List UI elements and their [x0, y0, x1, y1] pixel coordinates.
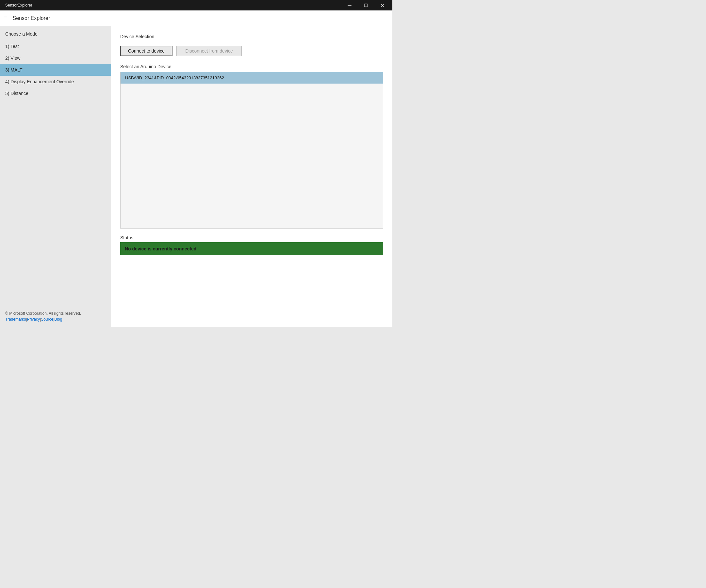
trademarks-link[interactable]: Trademarks: [5, 317, 26, 322]
sidebar-item-display[interactable]: 4) Display Enhancement Override: [0, 76, 111, 87]
sidebar-heading: Choose a Mode: [0, 30, 111, 40]
blog-link[interactable]: Blog: [54, 317, 62, 322]
content-area: Device Selection Connect to device Disco…: [111, 26, 392, 327]
window-title: SensorExplorer: [5, 3, 32, 7]
sidebar: Choose a Mode 1) Test 2) View 3) MALT 4)…: [0, 26, 111, 327]
footer-links: Trademarks|Privacy|Source|Blog: [5, 317, 106, 322]
footer-copyright: © Microsoft Corporation. All rights rese…: [5, 311, 106, 316]
source-link[interactable]: Source: [41, 317, 53, 322]
sidebar-item-malt[interactable]: 3) MALT: [0, 64, 111, 76]
minimize-button[interactable]: ─: [342, 0, 357, 10]
section-title: Device Selection: [120, 34, 383, 39]
button-row: Connect to device Disconnect from device: [120, 46, 383, 56]
hamburger-icon[interactable]: ≡: [4, 15, 7, 22]
close-button[interactable]: ✕: [375, 0, 390, 10]
sidebar-item-view[interactable]: 2) View: [0, 52, 111, 64]
titlebar-left: SensorExplorer: [3, 3, 32, 7]
app-title: Sensor Explorer: [13, 15, 50, 21]
main-layout: Choose a Mode 1) Test 2) View 3) MALT 4)…: [0, 26, 392, 327]
privacy-link[interactable]: Privacy: [27, 317, 40, 322]
titlebar-controls: ─ □ ✕: [342, 0, 390, 10]
status-label: Status:: [120, 235, 383, 240]
connect-button[interactable]: Connect to device: [120, 46, 172, 56]
maximize-button[interactable]: □: [358, 0, 374, 10]
sidebar-item-test[interactable]: 1) Test: [0, 40, 111, 52]
titlebar: SensorExplorer ─ □ ✕: [0, 0, 392, 10]
sidebar-item-distance[interactable]: 5) Distance: [0, 87, 111, 99]
status-area: Status: No device is currently connected: [120, 235, 383, 255]
device-list-item[interactable]: USB\VID_2341&PID_0042\954323138373512132…: [121, 72, 383, 84]
sidebar-footer: © Microsoft Corporation. All rights rese…: [0, 306, 111, 327]
status-message: No device is currently connected: [125, 246, 196, 251]
app-header: ≡ Sensor Explorer: [0, 10, 392, 26]
status-bar: No device is currently connected: [120, 242, 383, 255]
device-select-label: Select an Arduino Device:: [120, 64, 383, 69]
disconnect-button[interactable]: Disconnect from device: [176, 46, 242, 56]
device-list[interactable]: USB\VID_2341&PID_0042\954323138373512132…: [120, 72, 383, 228]
